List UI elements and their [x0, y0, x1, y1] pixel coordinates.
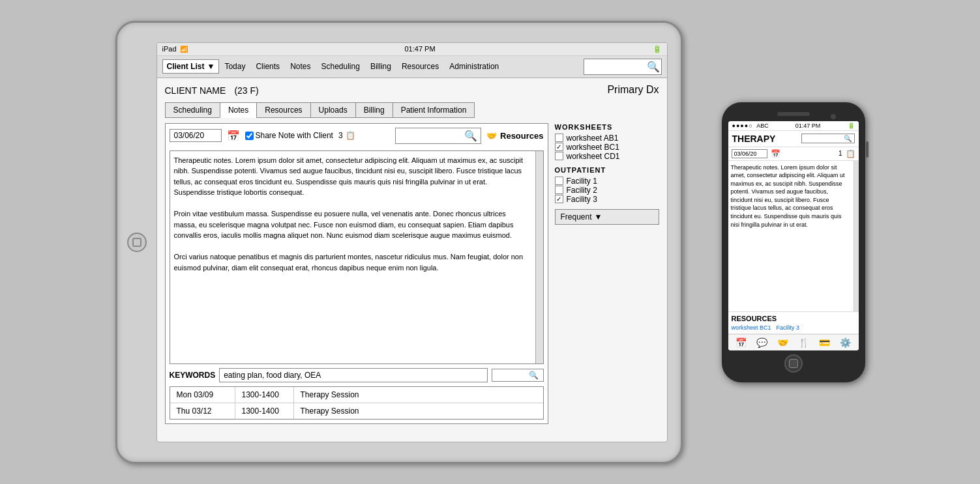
notes-paragraph-2: Proin vitae vestibulum massa. Suspendiss… — [174, 208, 530, 241]
keywords-search-box[interactable]: 🔍 — [492, 369, 544, 382]
worksheet-bc1-label: worksheet BC1 — [567, 143, 619, 152]
facility-1-checkbox[interactable] — [555, 177, 563, 185]
phone-dots: ●●●●○ — [732, 122, 753, 129]
phone-camera — [831, 114, 836, 119]
facility-1-item: Facility 1 — [555, 177, 659, 186]
notes-search-input[interactable] — [399, 132, 464, 139]
phone-date-input[interactable] — [732, 149, 767, 158]
phone-resource-link-1[interactable]: worksheet BC1 — [732, 324, 771, 331]
phone-resource-links: worksheet BC1 Facility 3 — [732, 324, 855, 331]
nav-clients[interactable]: Clients — [256, 62, 280, 71]
facility-3-checkbox[interactable]: ✓ — [555, 195, 563, 203]
phone-app-title: THERAPY — [732, 134, 776, 144]
appointments-table: Mon 03/09 1300-1400 Therapy Session Thu … — [170, 386, 544, 420]
phone-search-box[interactable]: 🔍 — [801, 134, 855, 143]
facility-1-label: Facility 1 — [567, 177, 597, 186]
tab-resources[interactable]: Resources — [256, 102, 310, 118]
notes-paragraph-1: Therapeutic notes. Lorem ipsum dolor sit… — [174, 155, 530, 198]
tablet-status-left: iPad 📶 — [162, 45, 188, 53]
nav-billing[interactable]: Billing — [370, 62, 391, 71]
notes-search-icon[interactable]: 🔍 — [464, 130, 477, 142]
phone-icon-calendar[interactable]: 📅 — [735, 337, 747, 348]
nav-search-box[interactable]: 🔍 — [584, 59, 662, 75]
tab-notes[interactable]: Notes — [220, 102, 256, 118]
resources-panel: WORKSHEETS worksheet AB1 ✓ worksheet BC1 — [555, 123, 659, 424]
notes-main-panel: 📅 Share Note with Client 3 📋 — [165, 123, 548, 424]
client-name-area: CLIENT NAME (23 F) — [165, 83, 259, 97]
appt-2-date: Thu 03/12 — [170, 403, 235, 419]
nav-search-icon[interactable]: 🔍 — [647, 61, 660, 73]
facility-2-checkbox[interactable] — [555, 186, 563, 194]
notes-scrollbar[interactable] — [535, 151, 543, 363]
phone-calendar-icon[interactable]: 📅 — [771, 149, 780, 158]
phone-scrollbar[interactable] — [854, 161, 859, 311]
worksheet-cd1-checkbox[interactable] — [555, 152, 563, 160]
notes-paragraph-3: Orci varius natoque penatibus et magnis … — [174, 251, 530, 273]
calendar-icon[interactable]: 📅 — [227, 130, 240, 142]
client-name: CLIENT NAME (23 F) — [165, 83, 259, 96]
phone-icon-food[interactable]: 🍴 — [798, 337, 809, 348]
phone-notes-area[interactable]: Therapeutic notes. Lorem ipsum dolor sit… — [728, 161, 859, 312]
worksheet-bc1-item: ✓ worksheet BC1 — [555, 143, 659, 152]
keywords-input[interactable] — [219, 368, 487, 382]
phone-signal: ●●●●○ ABC — [732, 122, 769, 129]
appt-2-desc: Therapy Session — [294, 403, 543, 419]
resources-icon: 🤝 — [486, 131, 497, 141]
nav-resources[interactable]: Resources — [402, 62, 439, 71]
phone-home-button[interactable] — [784, 354, 803, 373]
keywords-search-icon[interactable]: 🔍 — [529, 371, 539, 380]
worksheet-bc1-checkbox[interactable]: ✓ — [555, 143, 563, 151]
doc-count-number: 3 — [338, 131, 343, 140]
phone-icon-billing[interactable]: 💳 — [819, 337, 830, 348]
tablet-screen: iPad 📶 01:47 PM 🔋 Client List ▼ Today Cl… — [156, 42, 668, 442]
doc-count-area: 3 📋 — [338, 131, 355, 140]
phone-icon-resources[interactable]: 🤝 — [777, 337, 788, 348]
facility-3-item: ✓ Facility 3 — [555, 195, 659, 204]
nav-today[interactable]: Today — [224, 62, 245, 71]
client-list-label: Client List — [167, 62, 205, 71]
nav-administration[interactable]: Administration — [449, 62, 499, 71]
tablet-content: CLIENT NAME (23 F) Primary Dx Scheduling… — [157, 78, 667, 442]
worksheet-cd1-item: worksheet CD1 — [555, 152, 659, 161]
dropdown-arrow: ▼ — [207, 62, 215, 71]
phone-icon-settings[interactable]: ⚙️ — [840, 337, 851, 348]
phone-search-input[interactable] — [805, 135, 844, 142]
tablet-home-button[interactable] — [127, 233, 147, 252]
tab-uploads[interactable]: Uploads — [310, 102, 355, 118]
phone-time: 01:47 PM — [795, 122, 821, 129]
appt-2-time: 1300-1400 — [235, 403, 294, 419]
worksheets-title: WORKSHEETS — [555, 123, 659, 131]
notes-date-input[interactable] — [170, 129, 222, 142]
tablet-time: 01:47 PM — [404, 45, 435, 53]
nav-client-list-button[interactable]: Client List ▼ — [162, 59, 220, 74]
appt-1-desc: Therapy Session — [294, 387, 543, 403]
phone-search-icon[interactable]: 🔍 — [844, 135, 852, 142]
share-note-checkbox[interactable] — [245, 132, 254, 140]
notes-textarea[interactable]: Therapeutic notes. Lorem ipsum dolor sit… — [170, 150, 544, 364]
notes-search-box[interactable]: 🔍 — [395, 128, 481, 144]
frequent-button[interactable]: Frequent ▼ — [555, 209, 659, 225]
worksheet-ab1-checkbox[interactable] — [555, 134, 563, 142]
phone-icon-messages[interactable]: 💬 — [756, 337, 767, 348]
phone-notes-text: Therapeutic notes. Lorem ipsum dolor sit… — [731, 164, 850, 229]
tab-billing[interactable]: Billing — [355, 102, 393, 118]
nav-items: Today Clients Notes Scheduling Billing R… — [224, 62, 583, 71]
phone-resource-link-2[interactable]: Facility 3 — [777, 324, 800, 331]
phone-carrier: ABC — [756, 122, 769, 129]
phone-resources-title: RESOURCES — [732, 315, 855, 322]
client-age-gender: (23 F) — [234, 85, 258, 96]
nav-notes[interactable]: Notes — [290, 62, 310, 71]
keywords-label: KEYWORDS — [170, 371, 216, 380]
nav-search-input[interactable] — [588, 63, 647, 70]
keywords-search-input[interactable] — [496, 371, 529, 379]
tab-scheduling[interactable]: Scheduling — [165, 102, 220, 118]
tab-patient-information[interactable]: Patient Information — [393, 102, 475, 118]
nav-scheduling[interactable]: Scheduling — [321, 62, 359, 71]
appt-row-2: Thu 03/12 1300-1400 Therapy Session — [170, 403, 543, 419]
tablet-home-button-inner — [132, 238, 141, 247]
phone-status-bar: ●●●●○ ABC 01:47 PM 🔋 — [728, 121, 859, 131]
worksheets-section: WORKSHEETS worksheet AB1 ✓ worksheet BC1 — [555, 123, 659, 161]
phone-side-button[interactable] — [866, 141, 869, 158]
share-note-label: Share Note with Client — [256, 131, 333, 140]
phone-doc-icon: 📋 — [846, 149, 855, 158]
